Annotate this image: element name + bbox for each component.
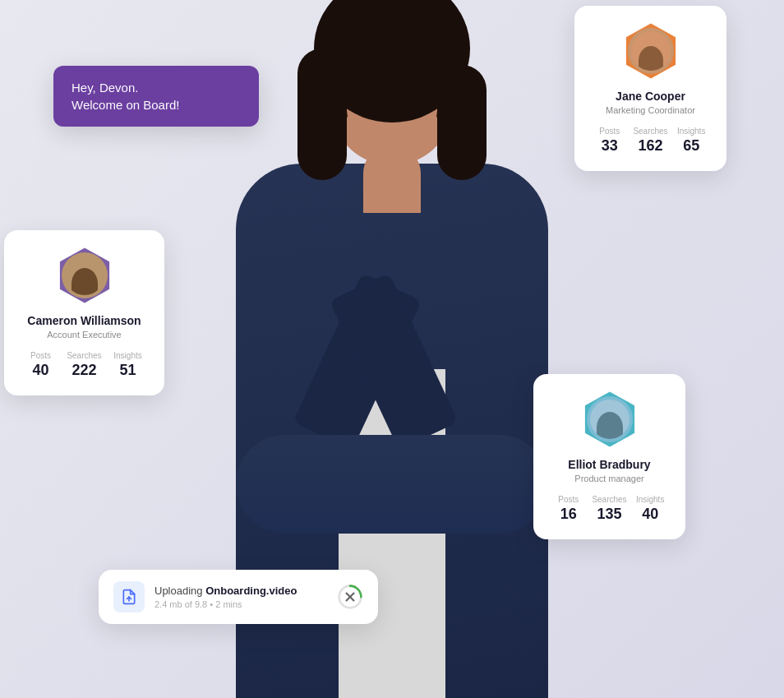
upload-title: Uploading Onboarding.video — [154, 585, 327, 597]
jane-insights-value: 65 — [672, 137, 710, 155]
upload-size: 2.4 mb of 9.8 — [154, 599, 207, 609]
cameron-posts-label: Posts — [21, 351, 61, 360]
elliot-posts-label: Posts — [550, 495, 588, 504]
jane-stats: Posts 33 Searches 162 Insights 65 — [591, 127, 710, 155]
cameron-searches-value: 222 — [64, 362, 104, 379]
jane-name: Jane Cooper — [591, 90, 710, 103]
upload-separator: • — [210, 599, 213, 609]
jane-avatar — [622, 22, 680, 80]
cameron-posts-value: 40 — [21, 362, 61, 379]
elliot-insights-label: Insights — [631, 495, 669, 504]
card-cameron-williamson[interactable]: Cameron Williamson Account Executive Pos… — [4, 230, 164, 395]
jane-insights-label: Insights — [672, 127, 710, 136]
upload-filename: Onboarding.video — [205, 585, 297, 597]
elliot-insights-value: 40 — [631, 506, 669, 523]
elliot-searches-value: 135 — [591, 506, 629, 523]
upload-progress-button[interactable] — [337, 584, 363, 610]
file-icon — [113, 581, 145, 612]
elliot-insights-stat: Insights 40 — [631, 495, 669, 523]
jane-role: Marketing Coordinator — [591, 105, 710, 115]
elliot-name: Elliot Bradbury — [550, 458, 669, 471]
cameron-insights-value: 51 — [108, 362, 148, 379]
cameron-stats: Posts 40 Searches 222 Insights 51 — [21, 351, 148, 379]
welcome-line2: Welcome on Board! — [71, 98, 241, 112]
upload-time: 2 mins — [215, 599, 242, 609]
cameron-posts-stat: Posts 40 — [21, 351, 61, 379]
jane-avatar-container — [591, 22, 710, 80]
welcome-line1: Hey, Devon. — [71, 81, 241, 95]
progress-circle-svg — [337, 584, 363, 610]
uploading-label: Uploading — [154, 585, 203, 597]
upload-sub: 2.4 mb of 9.8 • 2 mins — [154, 599, 327, 609]
elliot-avatar-container — [550, 391, 669, 448]
jane-searches-stat: Searches 162 — [632, 127, 670, 155]
main-scene: Hey, Devon. Welcome on Board! Jane Coope… — [0, 0, 784, 698]
cameron-insights-stat: Insights 51 — [108, 351, 148, 379]
cameron-avatar-container — [21, 247, 148, 304]
elliot-posts-stat: Posts 16 — [550, 495, 588, 523]
elliot-stats: Posts 16 Searches 135 Insights 40 — [550, 495, 669, 523]
jane-posts-label: Posts — [591, 127, 629, 136]
jane-searches-label: Searches — [632, 127, 670, 136]
elliot-posts-value: 16 — [550, 506, 588, 523]
elliot-searches-label: Searches — [591, 495, 629, 504]
welcome-card: Hey, Devon. Welcome on Board! — [53, 66, 259, 127]
elliot-avatar — [581, 391, 639, 448]
jane-posts-value: 33 — [591, 137, 629, 155]
jane-insights-stat: Insights 65 — [672, 127, 710, 155]
cameron-role: Account Executive — [21, 330, 148, 340]
cameron-searches-stat: Searches 222 — [64, 351, 104, 379]
cameron-name: Cameron Williamson — [21, 314, 148, 327]
elliot-searches-stat: Searches 135 — [591, 495, 629, 523]
card-elliot-bradbury[interactable]: Elliot Bradbury Product manager Posts 16… — [533, 374, 685, 539]
cameron-avatar — [56, 247, 113, 304]
cameron-searches-label: Searches — [64, 351, 104, 360]
card-jane-cooper[interactable]: Jane Cooper Marketing Coordinator Posts … — [574, 6, 726, 171]
upload-notification[interactable]: Uploading Onboarding.video 2.4 mb of 9.8… — [99, 570, 378, 624]
document-icon — [121, 589, 137, 605]
jane-searches-value: 162 — [632, 137, 670, 155]
upload-text-area: Uploading Onboarding.video 2.4 mb of 9.8… — [154, 585, 327, 609]
jane-posts-stat: Posts 33 — [591, 127, 629, 155]
cameron-insights-label: Insights — [108, 351, 148, 360]
elliot-role: Product manager — [550, 474, 669, 483]
